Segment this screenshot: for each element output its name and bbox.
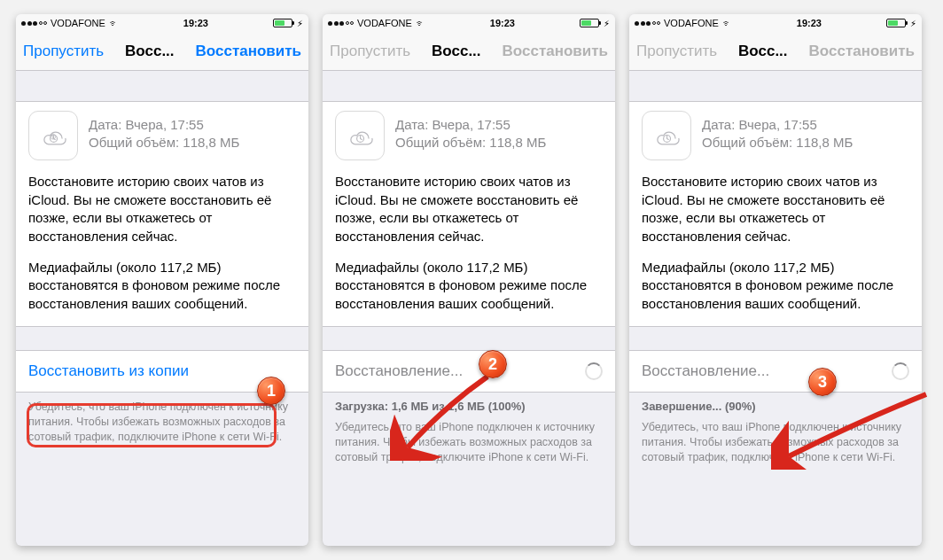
status-bar: VODAFONE ᯤ 19:23 ⚡︎ <box>323 14 615 32</box>
restore-description-1: Восстановите историю своих чатов из iClo… <box>335 173 603 246</box>
restore-from-backup-button[interactable]: Восстановить из копии <box>16 350 308 393</box>
icloud-backup-icon <box>642 111 691 160</box>
battery-icon <box>886 19 906 27</box>
phone-screen-2: VODAFONE ᯤ 19:23 ⚡︎ Пропустить Восс... В… <box>323 14 615 546</box>
footer-note: Убедитесь, что ваш iPhone подключен к ис… <box>16 393 308 445</box>
wifi-icon: ᯤ <box>416 18 425 28</box>
restore-progress-label: Восстановление... <box>335 362 463 380</box>
backup-date: Дата: Вчера, 17:55 <box>395 116 546 134</box>
phone-row: VODAFONE ᯤ 19:23 ⚡︎ Пропустить Восс... В… <box>0 0 943 560</box>
icloud-backup-icon <box>28 111 78 160</box>
nav-bar: Пропустить Восс... Восстановить <box>629 32 922 71</box>
completion-progress-line: Завершение... (90%) <box>629 393 922 413</box>
backup-size: Общий объём: 118,8 МБ <box>702 134 853 152</box>
phone-screen-1: VODAFONE ᯤ 19:23 ⚡︎ Пропустить Восс... В… <box>16 14 308 546</box>
status-bar: VODAFONE ᯤ 19:23 ⚡︎ <box>16 14 308 32</box>
footer-note: Убедитесь, что ваш iPhone подключен к ис… <box>629 413 922 465</box>
restore-description-2: Медиафайлы (около 117,2 МБ) восстановятс… <box>642 259 909 314</box>
restore-progress-cell: Восстановление... <box>629 350 922 393</box>
spinner-icon <box>585 362 603 380</box>
restore-progress-label: Восстановление... <box>642 362 769 380</box>
restore-description-1: Восстановите историю своих чатов из iClo… <box>28 173 296 246</box>
charging-icon: ⚡︎ <box>910 19 916 28</box>
carrier-label: VODAFONE <box>51 18 105 28</box>
status-time: 19:23 <box>183 18 208 28</box>
icloud-backup-icon <box>335 111 385 160</box>
backup-size: Общий объём: 118,8 МБ <box>89 134 239 152</box>
charging-icon: ⚡︎ <box>604 19 610 28</box>
battery-icon <box>273 19 292 27</box>
restore-description-2: Медиафайлы (около 117,2 МБ) восстановятс… <box>28 259 296 314</box>
battery-icon <box>580 19 599 27</box>
status-bar: VODAFONE ᯤ 19:23 ⚡︎ <box>629 14 922 32</box>
carrier-label: VODAFONE <box>664 18 719 28</box>
nav-restore-button: Восстановить <box>809 43 915 60</box>
signal-icon <box>635 21 660 26</box>
nav-restore-button: Восстановить <box>503 43 608 60</box>
nav-title: Восс... <box>432 43 481 60</box>
backup-date: Дата: Вчера, 17:55 <box>89 116 239 134</box>
nav-title: Восс... <box>738 43 788 60</box>
backup-size: Общий объём: 118,8 МБ <box>395 134 546 152</box>
backup-info-cell: Дата: Вчера, 17:55 Общий объём: 118,8 МБ… <box>323 101 615 327</box>
nav-bar: Пропустить Восс... Восстановить <box>16 32 308 71</box>
signal-icon <box>328 21 354 26</box>
restore-description-1: Восстановите историю своих чатов из iClo… <box>642 173 909 246</box>
nav-restore-button[interactable]: Восстановить <box>196 43 301 60</box>
nav-skip-button: Пропустить <box>330 43 410 60</box>
wifi-icon: ᯤ <box>722 18 732 28</box>
nav-skip-button: Пропустить <box>636 43 717 60</box>
status-time: 19:23 <box>797 18 822 28</box>
signal-icon <box>21 21 47 26</box>
backup-info-cell: Дата: Вчера, 17:55 Общий объём: 118,8 МБ… <box>16 101 308 327</box>
footer-note: Убедитесь, что ваш iPhone подключен к ис… <box>323 413 615 465</box>
carrier-label: VODAFONE <box>357 18 412 28</box>
spinner-icon <box>892 362 909 380</box>
backup-date: Дата: Вчера, 17:55 <box>702 116 853 134</box>
nav-title: Восс... <box>125 43 175 60</box>
restore-from-backup-label: Восстановить из копии <box>28 362 189 380</box>
nav-skip-button[interactable]: Пропустить <box>23 43 104 60</box>
backup-info-cell: Дата: Вчера, 17:55 Общий объём: 118,8 МБ… <box>629 101 922 327</box>
restore-description-2: Медиафайлы (около 117,2 МБ) восстановятс… <box>335 259 603 314</box>
status-time: 19:23 <box>490 18 515 28</box>
wifi-icon: ᯤ <box>109 18 119 28</box>
restore-progress-cell: Восстановление... <box>323 350 615 393</box>
download-progress-line: Загрузка: 1,6 МБ из 1,6 МБ (100%) <box>323 393 615 413</box>
nav-bar: Пропустить Восс... Восстановить <box>323 32 615 71</box>
charging-icon: ⚡︎ <box>297 19 303 28</box>
phone-screen-3: VODAFONE ᯤ 19:23 ⚡︎ Пропустить Восс... В… <box>629 14 922 546</box>
